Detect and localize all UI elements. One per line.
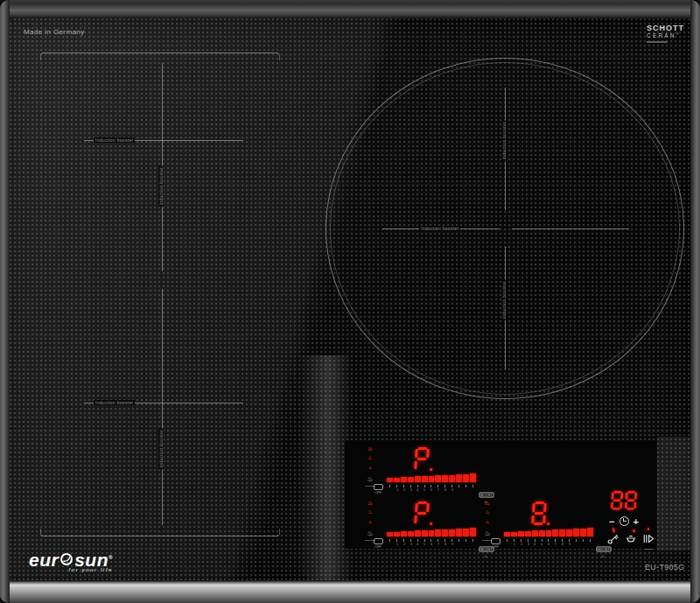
key-label-line [644,549,653,550]
bar-segment [422,530,428,536]
bar-segment [387,478,393,482]
bar-segment [511,532,517,536]
power-slider-scale[interactable]: 123456789 [387,539,476,546]
power-level-bar[interactable] [387,473,476,482]
keep-warm-key-icon[interactable]: ♨ [362,529,378,538]
zone-crosshair-line [512,228,629,229]
power-tick: 9 [566,539,573,546]
bar-segment [401,531,407,536]
power-level-bar[interactable] [504,527,593,536]
power-slider-scale[interactable]: 123456789 [504,539,593,546]
power-tick: 8 [442,485,449,492]
bar-segment [408,531,414,536]
keep-warm-key[interactable] [625,528,637,550]
keep-warm-high-icon: ♨ [362,498,378,508]
keep-warm-low-icon: ♨ [362,463,378,473]
power-tick [462,485,469,492]
power-tick: 3 [408,485,415,492]
lock-led [612,528,615,530]
bar-segment [394,532,400,536]
power-tick: 3 [408,539,415,546]
bar-segment [463,529,469,536]
zone-booster-label: Induction booster [501,279,507,320]
bar-segment [580,529,586,536]
power-tick [586,539,593,546]
ceran-wordmark: CERAN® [647,32,684,39]
zone-booster-label: Induction booster [158,428,164,469]
power-tick: 7 [435,539,442,546]
power-slider-scale[interactable]: 123456789 [387,485,476,492]
power-tick [504,539,511,546]
power-tick: 8 [442,539,449,546]
bar-segment [401,477,407,482]
eurosun-logo: eursun® for your life [29,548,113,573]
bar-segment [587,528,593,536]
keep-warm-key-icon[interactable]: ♨ [362,474,378,484]
bar-segment [456,474,462,482]
power-tick: 6 [545,539,552,546]
left-zones-top-bracket [40,53,280,60]
zone-booster-label: Induction booster [94,137,135,143]
keep-warm-indicators: ♨ ♨ ♨ ♨ [480,498,495,541]
power-tick: 5 [538,539,545,546]
keep-warm-indicators: ♨ ♨ ♨ ♨ [362,498,378,541]
cooking-zone-slider-1: ♨ ♨ ♨ ♨ OFF 123456789 BOOST ♨ [362,442,494,493]
bar-segment [387,532,393,536]
schott-fine-print [647,41,668,43]
bar-segment [456,529,462,536]
slide-start-icon [491,538,500,544]
bar-segment [566,529,572,536]
keep-warm-high-icon: ♨ [480,498,495,508]
power-tick: 5 [421,485,428,492]
made-in-label: Made in Germany [24,28,85,36]
power-tick: 3 [525,539,532,546]
power-level-display [530,501,548,526]
keep-warm-low-icon: ♨ [362,517,378,527]
zone-booster-label: Induction booster [419,226,460,231]
slide-start-icon [374,538,383,544]
bar-segment [449,475,455,482]
power-tick: 8 [559,539,566,546]
bar-segment [504,532,510,536]
power-off-key[interactable]: OFF [369,538,387,549]
power-tick [469,485,476,492]
bar-segment [442,475,448,482]
power-tick [387,485,394,492]
bar-segment [559,529,565,536]
power-tick: 6 [428,485,435,492]
power-level-bar[interactable] [387,527,476,536]
zone-booster-label: Induction booster [158,165,164,207]
ceramic-glass-surface: Made in Germany SCHOTT CERAN® Induction … [10,18,690,580]
power-off-key[interactable]: OFF [486,538,504,549]
bezel-right [690,0,700,603]
timer-plus-key[interactable]: + [634,517,639,526]
pot-icon [625,534,637,544]
power-off-key[interactable]: OFF [369,484,387,494]
bar-segment [408,477,414,482]
bar-segment [435,529,441,536]
cooking-zone-slider-3: ♨ ♨ ♨ ♨ OFF 123456789 BOOST ♨ [480,496,611,547]
keep-warm-indicators: ♨ ♨ ♨ ♨ [362,444,378,487]
bar-segment [539,530,545,536]
power-tick: 2 [401,539,408,546]
power-tick [572,539,579,546]
power-tick: 1 [394,539,401,546]
pause-key[interactable] [642,528,654,550]
bar-segment [415,476,421,482]
bar-segment [429,476,435,482]
keep-warm-mid-icon: ♨ [480,508,495,517]
keep-warm-key-icon[interactable]: ♨ [480,529,495,538]
schott-ceran-logo: SCHOTT CERAN® [647,24,684,43]
bar-segment [518,531,524,536]
power-tick: 7 [552,539,559,546]
model-number: EU-T905G [645,563,684,571]
bar-segment [415,530,421,536]
bar-segment [422,476,428,482]
slide-start-icon [374,484,383,490]
zone-booster-label: Induction booster [94,400,135,405]
clock-icon[interactable] [620,516,629,526]
bar-segment [546,530,552,536]
bezel-top [0,0,700,18]
bar-segment [552,529,558,536]
boost-key[interactable]: BOOST ♨ [595,538,611,558]
